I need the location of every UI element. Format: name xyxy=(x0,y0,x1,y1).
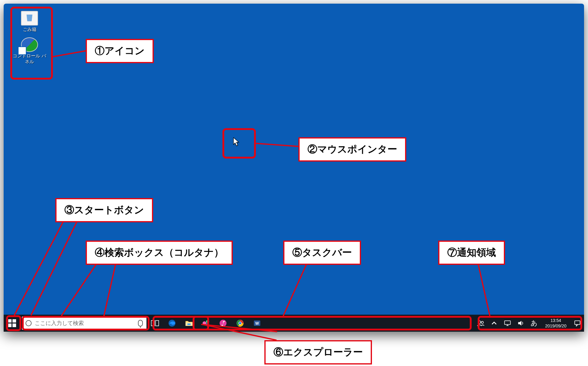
icon-label: ごみ箱 xyxy=(23,27,36,32)
leader-2 xyxy=(256,143,298,146)
notification-area: あ 13:54 2019/09/20 xyxy=(474,315,584,332)
svg-point-9 xyxy=(203,321,206,325)
edge-icon[interactable] xyxy=(163,315,181,332)
svg-rect-1 xyxy=(12,319,16,323)
clock-date-text: 2019/09/20 xyxy=(545,323,566,329)
control-panel-icon xyxy=(21,37,38,52)
leader-1 xyxy=(52,51,86,57)
show-hidden-icons[interactable] xyxy=(487,315,501,332)
app-icon-1[interactable] xyxy=(198,315,215,332)
svg-point-10 xyxy=(206,320,209,323)
ime-indicator[interactable]: あ xyxy=(528,315,541,332)
clock-time: 13:54 xyxy=(550,318,561,323)
leader-4b xyxy=(104,262,116,316)
annotation-7: ⑦通知領域 xyxy=(438,241,505,265)
svg-rect-4 xyxy=(151,320,155,326)
svg-text:W: W xyxy=(255,321,259,326)
annotation-6: ⑥エクスプローラー xyxy=(264,340,372,364)
action-center-icon[interactable] xyxy=(571,315,584,332)
desktop-icons-area: ごみ箱 コントロール パネル xyxy=(13,9,49,68)
task-view-button[interactable] xyxy=(146,315,163,332)
taskbar: ここに入力して検索 W xyxy=(4,315,584,332)
svg-point-19 xyxy=(481,321,483,323)
svg-point-15 xyxy=(239,322,241,324)
start-button[interactable] xyxy=(4,315,21,332)
svg-rect-3 xyxy=(12,323,16,327)
leader-4a xyxy=(61,262,98,316)
annotation-1: ①アイコン xyxy=(86,39,154,63)
leader-5 xyxy=(283,262,308,316)
mouse-pointer-icon xyxy=(233,137,240,146)
search-box-cortana[interactable]: ここに入力して検索 xyxy=(22,316,146,330)
annotation-5: ⑤タスクバー xyxy=(283,241,361,265)
display-settings-icon[interactable] xyxy=(501,315,514,332)
volume-icon[interactable] xyxy=(514,315,528,332)
annotation-4: ④検索ボックス（コルタナ） xyxy=(86,241,233,265)
desktop-icon-recycle-bin[interactable]: ごみ箱 xyxy=(13,9,46,36)
annotation-2: ②マウスポインター xyxy=(298,137,406,162)
svg-rect-2 xyxy=(8,323,12,327)
windows-desktop-screenshot: ごみ箱 コントロール パネル ここに入力して検索 xyxy=(4,4,584,332)
ime-label: あ xyxy=(531,319,538,328)
leader-3b xyxy=(31,219,78,315)
svg-rect-21 xyxy=(575,321,580,324)
svg-point-18 xyxy=(478,321,481,323)
chrome-icon[interactable] xyxy=(232,315,249,332)
pinned-apps: W xyxy=(146,315,266,332)
people-icon[interactable] xyxy=(474,315,487,332)
svg-rect-0 xyxy=(8,319,12,323)
music-icon[interactable] xyxy=(215,315,232,332)
file-explorer-icon[interactable] xyxy=(181,315,198,332)
svg-rect-20 xyxy=(504,321,510,324)
clock-date[interactable]: 13:54 2019/09/20 xyxy=(541,315,571,332)
svg-rect-5 xyxy=(156,320,159,326)
microphone-icon xyxy=(138,320,143,327)
cortana-circle-icon xyxy=(26,320,32,326)
svg-point-11 xyxy=(206,323,209,327)
leader-7 xyxy=(478,262,490,316)
word-icon[interactable]: W xyxy=(249,315,266,332)
desktop-icon-control-panel[interactable]: コントロール パネル xyxy=(13,36,46,68)
recycle-bin-icon xyxy=(21,11,38,26)
svg-rect-8 xyxy=(187,323,191,325)
leader-3a xyxy=(14,219,64,315)
annotation-3: ③スタートボタン xyxy=(55,198,153,222)
search-placeholder: ここに入力して検索 xyxy=(35,320,135,327)
icon-label: コントロール パネル xyxy=(13,53,46,65)
